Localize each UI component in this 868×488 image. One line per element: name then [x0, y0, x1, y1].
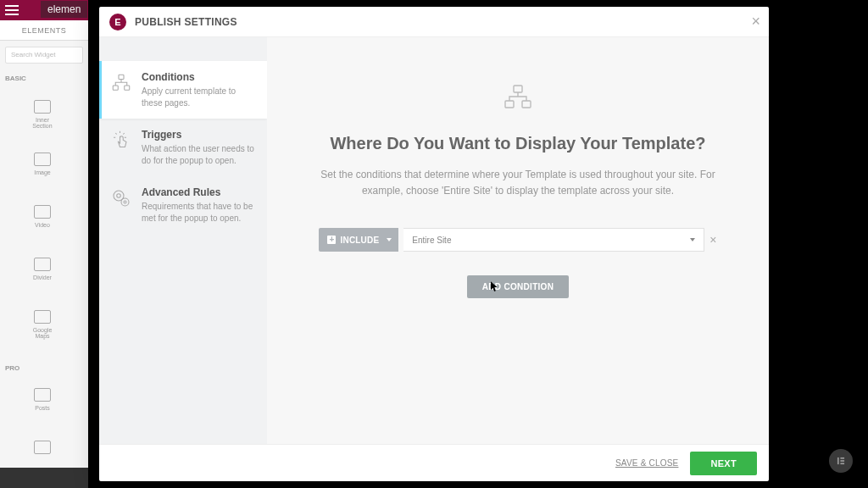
- nav-advanced-rules[interactable]: Advanced Rules Requirements that have to…: [99, 176, 267, 234]
- widget-label: Inner Section: [25, 117, 59, 129]
- svg-rect-1: [840, 458, 844, 459]
- nav-conditions[interactable]: Conditions Apply current template to the…: [99, 61, 267, 119]
- main-title: Where Do You Want to Display Your Templa…: [286, 134, 750, 153]
- svg-point-9: [121, 198, 129, 206]
- condition-select[interactable]: Entire Site: [403, 228, 704, 252]
- elementor-logo-icon: E: [109, 14, 126, 30]
- widget-image[interactable]: Image: [25, 152, 59, 175]
- save-and-close-link[interactable]: SAVE & CLOSE: [615, 458, 678, 468]
- nav-item-title: Triggers: [142, 129, 255, 141]
- condition-value: Entire Site: [412, 236, 451, 245]
- elementor-logo-icon: [835, 455, 847, 467]
- widget-item[interactable]: [25, 441, 59, 458]
- widget-posts[interactable]: Posts: [25, 388, 59, 411]
- svg-rect-2: [840, 460, 844, 462]
- chevron-down-icon: [387, 238, 392, 241]
- gear-icon: [111, 188, 131, 208]
- hamburger-icon[interactable]: [5, 5, 19, 15]
- next-button[interactable]: NEXT: [690, 452, 757, 475]
- close-icon[interactable]: ×: [751, 14, 760, 29]
- main-description: Set the conditions that determine where …: [314, 167, 721, 199]
- widget-label: Divider: [25, 274, 59, 280]
- sitemap-icon: [111, 73, 131, 93]
- remove-condition-icon[interactable]: ×: [709, 234, 716, 246]
- widget-inner-section[interactable]: Inner Section: [25, 100, 59, 129]
- nav-item-desc: Requirements that have to be met for the…: [142, 201, 255, 224]
- section-basic-label: BASIC: [5, 75, 47, 82]
- widget-video[interactable]: Video: [25, 205, 59, 228]
- nav-triggers[interactable]: Triggers What action the user needs to d…: [99, 119, 267, 176]
- svg-rect-12: [505, 101, 514, 108]
- modal-sidebar: Conditions Apply current template to the…: [99, 37, 267, 444]
- plus-icon: +: [327, 236, 336, 244]
- widget-label: Image: [25, 169, 59, 175]
- modal-title: PUBLISH SETTINGS: [135, 16, 237, 28]
- svg-rect-11: [514, 86, 522, 92]
- svg-rect-3: [840, 463, 844, 464]
- brand-label: elemen: [41, 1, 87, 18]
- svg-rect-4: [119, 75, 124, 79]
- modal-footer: SAVE & CLOSE NEXT: [99, 444, 769, 481]
- search-widget-input[interactable]: Search Widget: [5, 47, 83, 64]
- include-label: INCLUDE: [340, 236, 379, 245]
- publish-settings-modal: E PUBLISH SETTINGS × Conditions Apply cu…: [99, 7, 769, 481]
- nav-item-desc: Apply current template to these pages.: [142, 86, 255, 108]
- nav-item-desc: What action the user needs to do for the…: [142, 143, 255, 166]
- widget-google-maps[interactable]: Google Maps: [25, 310, 59, 339]
- tap-icon: [111, 130, 131, 151]
- svg-rect-6: [125, 86, 130, 90]
- widget-label: Google Maps: [25, 327, 59, 339]
- svg-point-8: [117, 194, 121, 198]
- elementor-fab[interactable]: [829, 449, 853, 473]
- include-exclude-dropdown[interactable]: + INCLUDE: [319, 228, 398, 252]
- widget-divider[interactable]: Divider: [25, 258, 59, 280]
- modal-body: Conditions Apply current template to the…: [99, 37, 769, 444]
- svg-rect-0: [837, 458, 839, 464]
- section-pro-label: PRO: [5, 364, 47, 372]
- nav-item-title: Advanced Rules: [142, 186, 255, 198]
- svg-rect-5: [113, 86, 118, 90]
- widget-label: Video: [25, 222, 59, 228]
- widget-label: Posts: [25, 405, 59, 411]
- sitemap-large-icon: [503, 85, 533, 110]
- elements-panel-header: ELEMENTS: [0, 20, 88, 41]
- modal-main: Where Do You Want to Display Your Templa…: [267, 37, 769, 444]
- svg-rect-13: [522, 101, 531, 108]
- modal-header: E PUBLISH SETTINGS ×: [99, 7, 769, 37]
- svg-point-10: [124, 201, 126, 203]
- nav-item-title: Conditions: [142, 71, 255, 83]
- chevron-down-icon: [690, 238, 695, 241]
- editor-bottombar: [0, 468, 88, 488]
- editor-sidebar-bg: [0, 0, 88, 488]
- add-condition-button[interactable]: ADD CONDITION: [467, 275, 569, 298]
- condition-row: + INCLUDE Entire Site ×: [286, 228, 750, 252]
